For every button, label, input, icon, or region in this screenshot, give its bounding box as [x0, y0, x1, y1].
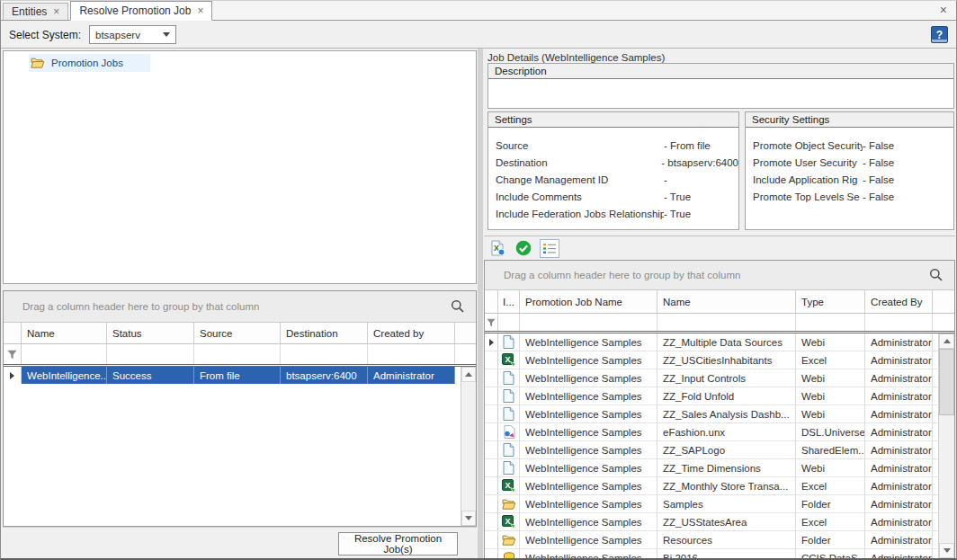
table-row[interactable]: WebIntelligence SamplesResourcesFolderAd…	[485, 531, 938, 549]
table-row[interactable]: WebIntelligence SamplesZZ_SAPLogoSharedE…	[485, 441, 938, 459]
row-indicator	[485, 513, 498, 530]
tab-close-icon[interactable]: ×	[53, 7, 59, 16]
column-header-promotion-job-name[interactable]: Promotion Job Name	[520, 290, 657, 313]
select-system-label: Select System:	[9, 29, 81, 41]
column-header-source[interactable]: Source	[194, 323, 281, 343]
cell-name: ZZ_Monthly Store Transa...	[657, 477, 796, 494]
resolve-check-icon[interactable]	[514, 239, 533, 258]
table-row[interactable]: WebIntelligence SamplesZZ_Fold UnfoldWeb…	[485, 387, 938, 405]
open-folder-icon	[31, 57, 45, 70]
column-header-type[interactable]: Type	[796, 290, 865, 313]
filter-cell[interactable]	[520, 314, 657, 331]
cell-type: Excel	[796, 351, 865, 369]
setting-value: - True	[664, 206, 691, 223]
settings-header: Settings	[488, 112, 738, 128]
scroll-up-icon[interactable]	[461, 367, 476, 382]
help-icon[interactable]: ?	[931, 26, 948, 43]
resolve-promotion-job-window: Entities × Resolve Promotion Job × × Sel…	[0, 0, 957, 560]
column-header-name[interactable]: Name	[657, 290, 796, 313]
table-row[interactable]: XWebIntelligence SamplesZZ_USStatesAreaE…	[485, 513, 938, 531]
settings-box: Settings Source- From fileDestination- b…	[487, 111, 739, 230]
filter-cell[interactable]	[796, 314, 865, 331]
cell-name: ZZ_USCitiesInhabitants	[657, 351, 796, 369]
table-row[interactable]: WebIntelligence SamplesSamplesFolderAdmi…	[485, 495, 938, 513]
setting-row: Source- From file	[496, 138, 738, 155]
column-header-created-by[interactable]: Created By	[865, 290, 933, 313]
cell-promotion-job-name: WebIntelligence Samples	[520, 531, 657, 548]
webi-doc-icon	[498, 459, 520, 476]
universe-icon	[498, 423, 520, 440]
row-indicator	[485, 369, 498, 387]
filter-cell[interactable]	[865, 314, 933, 331]
tab-close-icon[interactable]: ×	[197, 6, 203, 15]
indicator-header-cell	[4, 323, 22, 343]
table-row[interactable]: WebIntelligence SamplesZZ_Input Controls…	[485, 369, 938, 387]
filter-cell[interactable]	[281, 344, 368, 364]
cell-destination: btsapserv:6400	[281, 367, 368, 384]
setting-value: - From file	[664, 138, 711, 155]
row-indicator	[485, 531, 498, 548]
current-row-arrow-icon	[10, 372, 14, 379]
tab-entities[interactable]: Entities ×	[3, 3, 68, 20]
cell-promotion-job-name: WebIntelligence Samples	[520, 405, 657, 422]
close-icon[interactable]: ×	[931, 3, 956, 17]
filter-cell[interactable]	[22, 344, 107, 364]
table-row[interactable]: WebIntelligence SamplesBi 2016CCIS.DataS…	[485, 549, 938, 558]
cell-promotion-job-name: WebIntelligence Samples	[520, 441, 657, 458]
export-excel-icon[interactable]: X	[487, 239, 507, 258]
filter-funnel-icon[interactable]	[485, 314, 498, 331]
system-select[interactable]: btsapserv	[89, 25, 176, 44]
row-indicator	[485, 459, 498, 476]
legend-icon[interactable]	[540, 239, 559, 258]
security-setting-label: Include Application Rig	[753, 172, 863, 189]
cell-type: Webi	[796, 405, 865, 422]
chevron-down-icon	[163, 32, 170, 37]
settings-list: Source- From fileDestination- btsapserv:…	[488, 128, 738, 223]
description-header: Description	[488, 64, 953, 79]
filter-funnel-icon[interactable]	[4, 344, 22, 364]
filter-cell[interactable]	[498, 314, 520, 331]
cell-created-by: Administrator	[865, 513, 933, 530]
table-row[interactable]: XWebIntelligence SamplesZZ_Monthly Store…	[485, 477, 938, 495]
security-settings-box: Security Settings Promote Object Securit…	[745, 111, 954, 230]
cell-name: ZZ_USStatesArea	[657, 513, 796, 530]
resolve-promotion-job-button[interactable]: Resolve Promotion Job(s)	[338, 532, 458, 556]
column-header-destination[interactable]: Destination	[281, 323, 368, 343]
filter-row	[4, 344, 476, 367]
table-row[interactable]: WebIntelligence SamplesZZ_Sales Analysis…	[485, 405, 938, 423]
group-by-hint: Drag a column header here to group by th…	[504, 270, 740, 280]
table-row-selected[interactable]: WebIntelligence... Success From file bts…	[4, 367, 461, 384]
webi-doc-icon	[498, 369, 520, 387]
search-icon[interactable]	[929, 268, 944, 282]
filter-cell[interactable]	[657, 314, 796, 331]
scrollbar-thumb[interactable]	[939, 349, 954, 415]
search-icon[interactable]	[451, 299, 465, 314]
tab-strip: Entities × Resolve Promotion Job × ×	[1, 1, 956, 21]
row-indicator	[485, 405, 498, 422]
right-grid-scrollbar[interactable]	[938, 333, 954, 558]
table-row[interactable]: WebIntelligence SamplesZZ_Time Dimension…	[485, 459, 938, 477]
left-grid-scrollbar[interactable]	[461, 367, 476, 526]
job-details-title: Job Details (WebIntelligence Samples)	[487, 52, 665, 63]
vertical-splitter[interactable]	[478, 49, 483, 559]
column-headers: I... Promotion Job Name Name Type Create…	[485, 290, 954, 314]
scroll-up-icon[interactable]	[939, 333, 954, 349]
table-row[interactable]: WebIntelligence SampleseFashion.unxDSL.U…	[485, 423, 938, 441]
group-by-bar[interactable]: Drag a column header here to group by th…	[4, 291, 476, 323]
tree-item-promotion-jobs[interactable]: Promotion Jobs	[29, 54, 150, 72]
row-indicator	[485, 333, 498, 351]
column-header-created-by[interactable]: Created by	[368, 323, 455, 343]
folder-icon	[498, 495, 520, 512]
table-row[interactable]: XWebIntelligence SamplesZZ_USCitiesInhab…	[485, 351, 938, 369]
column-header-name[interactable]: Name	[22, 323, 107, 343]
filter-cell[interactable]	[368, 344, 455, 364]
tab-resolve-promotion-job[interactable]: Resolve Promotion Job ×	[70, 1, 212, 21]
filter-cell[interactable]	[194, 344, 281, 364]
column-header-icon[interactable]: I...	[498, 290, 520, 313]
scroll-down-icon[interactable]	[939, 543, 954, 558]
filter-cell[interactable]	[107, 344, 194, 364]
scroll-down-icon[interactable]	[461, 511, 476, 526]
group-by-bar[interactable]: Drag a column header here to group by th…	[485, 261, 954, 290]
column-header-status[interactable]: Status	[107, 323, 194, 343]
table-row[interactable]: WebIntelligence SamplesZZ_Multiple Data …	[485, 333, 938, 351]
